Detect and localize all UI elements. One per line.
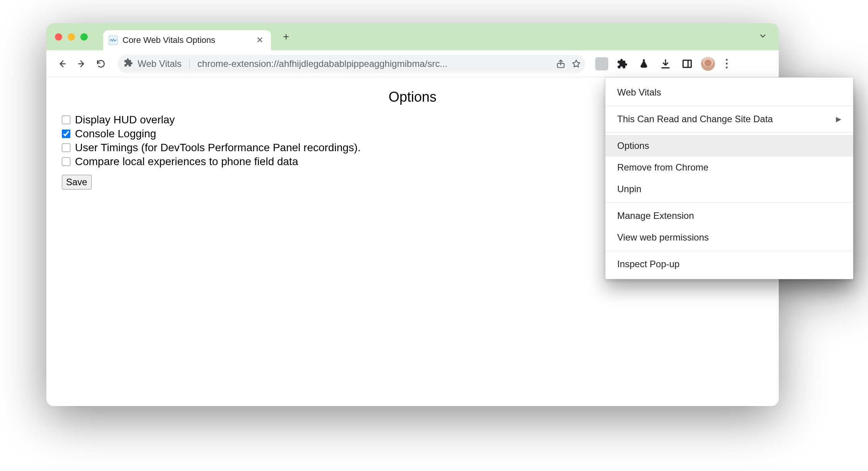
menu-item[interactable]: Remove from Chrome — [606, 157, 853, 178]
forward-button[interactable] — [73, 56, 90, 72]
option-checkbox[interactable] — [62, 157, 70, 166]
chrome-menu-button[interactable] — [721, 59, 732, 68]
tab-strip: Core Web Vitals Options ✕ + — [46, 23, 779, 50]
option-checkbox[interactable] — [62, 143, 70, 152]
menu-item-label: Manage Extension — [617, 210, 694, 221]
menu-item-label: This Can Read and Change Site Data — [617, 114, 773, 125]
submenu-arrow-icon: ▶ — [836, 115, 841, 123]
menu-item[interactable]: Options — [606, 135, 853, 157]
browser-tab[interactable]: Core Web Vitals Options ✕ — [103, 30, 271, 50]
option-label: Compare local experiences to phone field… — [75, 155, 298, 168]
extension-thumb-icon[interactable] — [595, 57, 608, 70]
menu-separator — [606, 106, 853, 106]
back-button[interactable] — [54, 56, 70, 72]
menu-item[interactable]: Unpin — [606, 178, 853, 200]
extension-name-chip: Web Vitals — [138, 58, 182, 69]
svg-rect-1 — [683, 60, 691, 67]
menu-header: Web Vitals — [606, 82, 853, 103]
downloads-icon[interactable] — [658, 56, 673, 72]
reload-button[interactable] — [93, 56, 109, 72]
menu-separator — [606, 202, 853, 203]
menu-item[interactable]: This Can Read and Change Site Data▶ — [606, 108, 853, 130]
window-close-button[interactable] — [55, 33, 62, 41]
extensions-puzzle-icon[interactable] — [614, 56, 630, 72]
browser-toolbar: Web Vitals chrome-extension://ahfhijdleg… — [46, 50, 779, 77]
share-icon[interactable] — [556, 59, 566, 69]
menu-item-label: View web permissions — [617, 232, 709, 243]
menu-separator — [606, 132, 853, 133]
option-label: User Timings (for DevTools Performance P… — [75, 142, 361, 154]
address-bar-url: chrome-extension://ahfhijdlegdabablpippe… — [197, 58, 551, 69]
menu-item[interactable]: Inspect Pop-up — [606, 253, 853, 275]
option-checkbox[interactable] — [62, 116, 70, 124]
option-label: Display HUD overlay — [75, 114, 175, 126]
profile-avatar[interactable] — [701, 57, 715, 71]
menu-item-label: Options — [617, 140, 649, 151]
window-maximize-button[interactable] — [80, 33, 88, 41]
save-button[interactable]: Save — [62, 175, 92, 189]
browser-window: Core Web Vitals Options ✕ + — [46, 23, 779, 406]
menu-header-label: Web Vitals — [617, 87, 661, 98]
extension-context-menu: Web Vitals This Can Read and Change Site… — [605, 77, 853, 279]
option-label: Console Logging — [75, 128, 156, 140]
menu-item[interactable]: View web permissions — [606, 227, 853, 248]
address-bar[interactable]: Web Vitals chrome-extension://ahfhijdleg… — [117, 55, 585, 73]
menu-item[interactable]: Manage Extension — [606, 205, 853, 227]
tab-favicon — [109, 36, 118, 45]
window-controls — [55, 33, 88, 41]
menu-item-label: Remove from Chrome — [617, 162, 708, 173]
bookmark-star-icon[interactable] — [571, 59, 581, 69]
tab-title: Core Web Vitals Options — [123, 35, 215, 45]
menu-separator — [606, 251, 853, 251]
window-minimize-button[interactable] — [68, 33, 75, 41]
option-checkbox[interactable] — [62, 130, 70, 138]
tab-search-chevron-icon[interactable] — [759, 32, 767, 42]
tab-close-button[interactable]: ✕ — [255, 35, 265, 45]
menu-item-label: Inspect Pop-up — [617, 259, 679, 270]
menu-item-label: Unpin — [617, 184, 642, 195]
labs-flask-icon[interactable] — [636, 56, 652, 72]
extension-puzzle-icon — [124, 58, 133, 70]
omnibox-separator — [189, 58, 190, 69]
new-tab-button[interactable]: + — [279, 30, 293, 43]
toolbar-actions — [595, 56, 732, 72]
side-panel-icon[interactable] — [679, 56, 695, 72]
